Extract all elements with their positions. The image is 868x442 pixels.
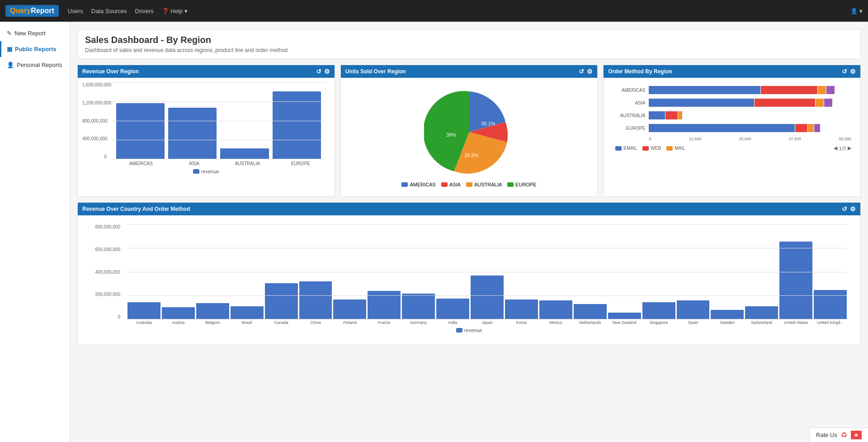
xlbl-brazil: Brazil: [231, 320, 264, 325]
refresh-icon-units[interactable]: ↺: [579, 68, 584, 75]
hbar-x-axis: 012,50025,00037,50050,000: [613, 137, 851, 141]
grid-and-bars: [112, 82, 326, 159]
bottom-bar-chart: 800,000,000 600,000,000 400,000,000 200,…: [82, 220, 856, 340]
hbar-row-americas: AMERICAS: [613, 86, 851, 94]
nav-drivers[interactable]: Drivers: [135, 8, 154, 14]
chart-title-revenue: Revenue Over Region: [82, 68, 139, 75]
chart-body-revenue: 1,600,000,000 1,200,000,000 800,000,000 …: [78, 78, 335, 181]
rate-us-bar[interactable]: Rate Us ♻ ★: [809, 428, 868, 442]
bar-europe: [273, 91, 321, 159]
legend-color-europe: [507, 182, 514, 187]
bar-japan: [471, 276, 504, 319]
chart-title-country: Revenue Over Country And Order Method: [82, 206, 190, 212]
brand-q: Query: [10, 7, 31, 14]
hbar-email-asia: [649, 99, 754, 107]
xlbl-korea: Korea: [505, 320, 538, 325]
chart-icons-order: ↺ ⚙: [842, 68, 856, 75]
legend-color-country-revenue: [456, 328, 462, 333]
legend-label-mail: MAIL: [675, 146, 685, 151]
xlbl-switzerland: Switzerland: [745, 320, 778, 325]
chart-body-order: AMERICAS ASIA: [604, 78, 860, 168]
nav-help[interactable]: ❓ Help ▾: [162, 8, 188, 14]
order-legend-row: EMAIL WEB MAIL: [613, 141, 851, 155]
legend-item-mail: MAIL: [666, 146, 685, 151]
next-page-icon[interactable]: ▶: [848, 145, 851, 151]
legend-item-australia: AUSTRALIA: [466, 182, 502, 187]
panel-order-method: Order Method By Region ↺ ⚙ AMERICAS: [603, 65, 861, 197]
bar-germany: [402, 294, 435, 319]
xlbl-spain: Spain: [677, 320, 710, 325]
xlbl-united-states: United States: [779, 320, 812, 325]
hbar-web-australia: [665, 111, 678, 119]
hbar-row-asia: ASIA: [613, 99, 851, 107]
sidebar-item-new-report[interactable]: ✎ New Report: [0, 25, 70, 41]
refresh-icon-order[interactable]: ↺: [842, 68, 847, 75]
legend-item-europe: EUROPE: [507, 182, 536, 187]
legend-label-australia: AUSTRALIA: [474, 182, 502, 187]
chart-title-order: Order Method By Region: [608, 68, 672, 75]
x-labels-revenue: AMERICAS ASIA AUSTRALIA EUROPE: [82, 159, 330, 166]
legend-color-asia: [441, 182, 448, 187]
bar-austria: [162, 307, 195, 319]
navbar: QueryReport Users Data Sources Drivers ❓…: [0, 0, 868, 22]
legend-label-email: EMAIL: [623, 146, 637, 151]
hbar-bars-americas: [649, 86, 851, 94]
xlbl-singapore: Singapore: [642, 320, 675, 325]
pagination-order: ◀ 1/3 ▶: [834, 145, 851, 151]
settings-icon-revenue[interactable]: ⚙: [324, 68, 330, 75]
legend-label-web: WEB: [651, 146, 661, 151]
bar-chart-area: 1,600,000,000 1,200,000,000 800,000,000 …: [82, 82, 330, 159]
bar-mexico: [539, 300, 572, 319]
chart-body-units: 30.1% 26.6% 39% AMERICAS ASIA: [341, 78, 598, 196]
nav-users[interactable]: Users: [68, 8, 83, 14]
legend-color-revenue: [193, 169, 199, 174]
nav-data-sources[interactable]: Data Sources: [91, 8, 127, 14]
bar-brazil: [231, 306, 264, 319]
sidebar-item-public-reports[interactable]: ▦ Public Reports: [0, 41, 70, 57]
refresh-icon-revenue[interactable]: ↺: [316, 68, 321, 75]
hbar-email-americas: [649, 86, 760, 94]
brand-logo[interactable]: QueryReport: [5, 5, 59, 17]
chart-header-country: Revenue Over Country And Order Method ↺ …: [78, 203, 860, 215]
xlbl-china: China: [299, 320, 332, 325]
prev-page-icon[interactable]: ◀: [834, 145, 837, 151]
page-description: Dashboard of sales and revenue data acro…: [85, 47, 853, 53]
brand-text: QueryReport: [10, 7, 54, 15]
xlbl-finland: Finland: [333, 320, 366, 325]
sidebar-item-personal-reports[interactable]: 👤 Personal Reports: [0, 57, 70, 73]
rate-us-star[interactable]: ★: [851, 431, 862, 439]
pie-legend: AMERICAS ASIA AUSTRALIA: [401, 182, 536, 187]
settings-icon-units[interactable]: ⚙: [587, 68, 593, 75]
bar-switzerland: [745, 306, 778, 319]
legend-item-revenue: revenue: [193, 169, 219, 174]
chart-header-revenue: Revenue Over Region ↺ ⚙: [78, 65, 335, 78]
pie-chart-units: 30.1% 26.6% 39% AMERICAS ASIA: [345, 82, 593, 192]
xlbl-united-kingdom: United Kingd...: [814, 320, 847, 325]
x-label-americas: AMERICAS: [116, 161, 166, 166]
panel-revenue-country: Revenue Over Country And Order Method ↺ …: [77, 202, 861, 345]
xlbl-belgium: Belgium: [196, 320, 229, 325]
sidebar-label-public-reports: Public Reports: [15, 46, 57, 52]
panel-revenue-region: Revenue Over Region ↺ ⚙ 1,600,000,000 1,…: [77, 65, 335, 197]
sidebar-label-new-report: New Report: [14, 30, 46, 37]
legend-label-revenue: revenue: [201, 169, 219, 174]
refresh-icon-country[interactable]: ↺: [842, 205, 847, 213]
page-header: Sales Dashboard - By Region Dashboard of…: [77, 29, 861, 59]
country-chart-inner: [127, 224, 847, 319]
settings-icon-order[interactable]: ⚙: [850, 68, 856, 75]
xlbl-japan: Japan: [471, 320, 504, 325]
legend-label-asia: ASIA: [449, 182, 461, 187]
navbar-user[interactable]: 👤 ▾: [850, 8, 863, 14]
bar-united-states: [779, 242, 812, 319]
settings-icon-country[interactable]: ⚙: [850, 205, 856, 213]
bar-singapore: [642, 302, 675, 319]
hbar-bars-australia: [649, 111, 851, 119]
legend-item-email: EMAIL: [615, 146, 637, 151]
bar-australia: [220, 148, 269, 159]
bar-belgium: [196, 303, 229, 319]
legend-item-country-revenue: revenue: [456, 328, 482, 333]
hbar-label-asia: ASIA: [613, 100, 649, 105]
bar-asia: [168, 108, 217, 159]
country-x-labels-row1: Australia Austria Belgium Brazil Canada …: [87, 319, 851, 325]
x-label-europe: EUROPE: [276, 161, 326, 166]
